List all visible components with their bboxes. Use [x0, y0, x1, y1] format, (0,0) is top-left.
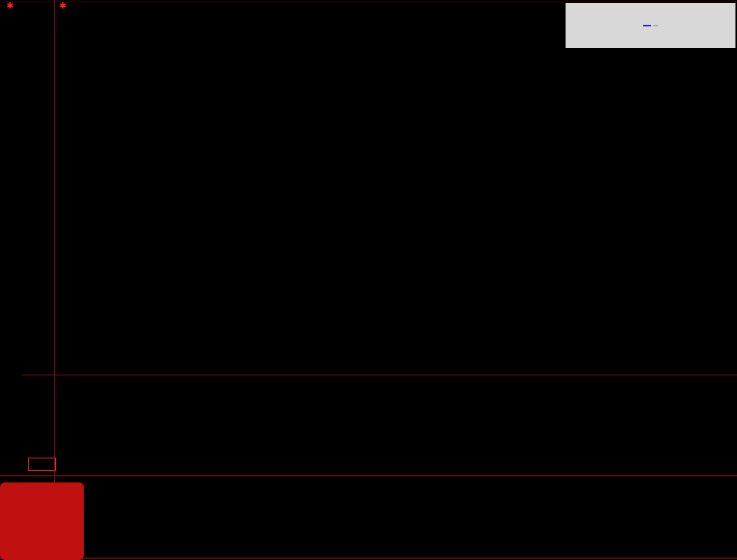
- app-flower-icon[interactable]: ✱: [6, 1, 13, 11]
- stock-app-window: ✱ ✱: [0, 0, 737, 560]
- logo-brand: [643, 25, 651, 26]
- main-candlestick-chart[interactable]: [54, 0, 737, 375]
- pane-divider-vol-macd: [0, 475, 737, 476]
- logo-tagline: [653, 25, 658, 26]
- bottom-border-line: [0, 558, 737, 558]
- site-logo[interactable]: [566, 3, 735, 48]
- red-seal-stamp: [0, 482, 84, 560]
- volume-unit-label: [28, 458, 56, 471]
- volume-pane[interactable]: [54, 392, 737, 475]
- pane-divider-main-vol: [22, 375, 737, 375]
- logo-top-row: [643, 25, 658, 26]
- macd-pane[interactable]: [54, 490, 737, 557]
